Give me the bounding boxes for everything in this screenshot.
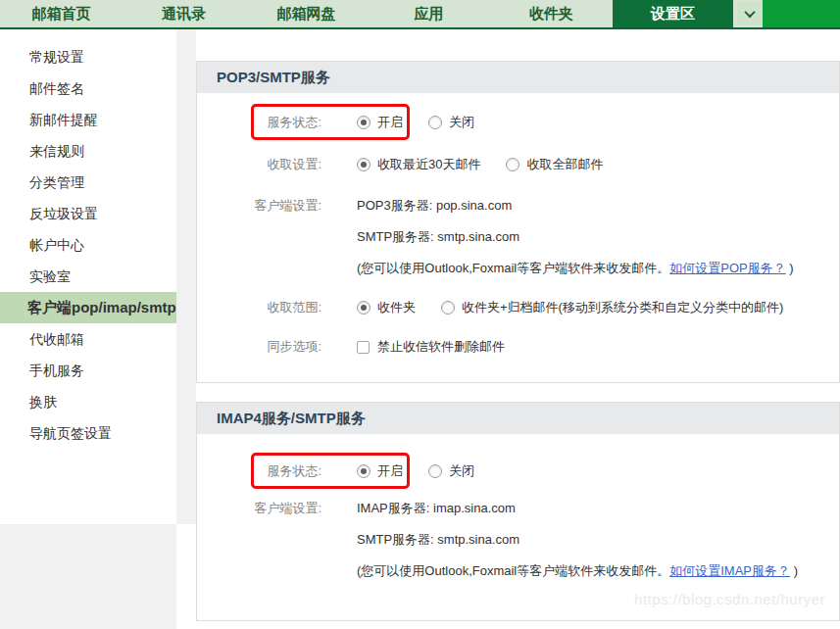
radio-checked-icon	[357, 464, 371, 478]
imap-status-on-label: 开启	[377, 462, 403, 480]
radio-unchecked-icon	[441, 301, 455, 314]
imap-server-line: IMAP服务器: imap.sina.com	[357, 493, 798, 524]
left-rail: 常规设置 邮件签名 新邮件提醒 来信规则 分类管理 反垃圾设置 帐户中心 实验室…	[0, 29, 196, 629]
pop-client-setting-row: 客户端设置: POP3服务器: pop.sina.com SMTP服务器: sm…	[197, 190, 839, 284]
pop-status-on-label: 开启	[377, 114, 403, 131]
smtp-server-line: SMTP服务器: smtp.sina.com	[357, 221, 794, 253]
pop-note-text: (您可以使用Outlook,Foxmail等客户端软件来收发邮件。	[357, 261, 669, 275]
smtp-server-line: SMTP服务器: smtp.sina.com	[357, 524, 798, 556]
radio-checked-icon	[357, 158, 371, 171]
settings-dropdown-button[interactable]	[737, 2, 763, 25]
sidebar-item-signature[interactable]: 邮件签名	[0, 73, 176, 104]
imap-note-suffix: )	[790, 563, 798, 578]
pop-fetch-all-label: 收取全部邮件	[526, 156, 603, 173]
imap-note-text: (您可以使用Outlook,Foxmail等客户端软件来收发邮件。	[357, 563, 669, 578]
pop-fetch-label: 收取设置:	[197, 156, 321, 173]
pop3-smtp-section-title: POP3/SMTP服务	[197, 62, 839, 93]
sidebar-item-mail-rules[interactable]: 来信规则	[0, 135, 176, 167]
imap-client-label: 客户端设置:	[197, 493, 321, 524]
sidebar-item-skin[interactable]: 换肤	[0, 386, 176, 417]
pop-help-link[interactable]: 如何设置POP服务？	[669, 261, 785, 275]
pop-service-status-row: 服务状态: 开启 关闭	[197, 109, 839, 136]
nav-filler	[763, 0, 840, 27]
sidebar-item-nav-tabs-setting[interactable]: 导航页签设置	[0, 417, 176, 449]
radio-unchecked-icon	[506, 158, 519, 171]
radio-unchecked-icon	[428, 464, 442, 478]
watermark-text: https://blog.csdn.net/huryer	[197, 591, 839, 612]
pop-client-note: (您可以使用Outlook,Foxmail等客户端软件来收发邮件。如何设置POP…	[357, 253, 794, 284]
pop-status-on-option[interactable]: 开启	[357, 114, 403, 131]
pop-note-suffix: )	[786, 261, 794, 275]
tab-mail-home[interactable]: 邮箱首页	[0, 0, 123, 27]
pop-sync-option-row: 同步选项: 禁止收信软件删除邮件	[197, 333, 839, 361]
tab-contacts[interactable]: 通讯录	[123, 0, 245, 27]
imap-service-status-row: 服务状态: 开启 关闭	[197, 458, 839, 485]
imap-status-off-label: 关闭	[449, 462, 474, 480]
pop-sync-label: 同步选项:	[197, 338, 321, 356]
pop-fetch-recent-label: 收取最近30天邮件	[377, 156, 480, 173]
radio-checked-icon	[357, 116, 371, 129]
pop-scope-inbox-label: 收件夹	[377, 299, 416, 316]
radio-unchecked-icon	[428, 116, 442, 129]
pop-status-off-option[interactable]: 关闭	[428, 114, 474, 131]
radio-checked-icon	[357, 301, 371, 314]
sidebar-item-category[interactable]: 分类管理	[0, 167, 176, 198]
pop-scope-label: 收取范围:	[197, 299, 321, 316]
pop-fetch-scope-row: 收取范围: 收件夹 收件夹+归档邮件(移动到系统分类和自定义分类中的邮件)	[197, 294, 839, 321]
sidebar-item-mobile-service[interactable]: 手机服务	[0, 355, 176, 386]
settings-content: POP3/SMTP服务 服务状态: 开启 关闭 收取设置:	[196, 29, 840, 629]
imap4-smtp-section-title: IMAP4服务/SMTP服务	[197, 403, 839, 434]
sidebar-item-new-mail-alert[interactable]: 新邮件提醒	[0, 104, 176, 135]
pop-scope-archive-label: 收件夹+归档邮件(移动到系统分类和自定义分类中的邮件)	[462, 299, 783, 316]
sidebar-item-fetch-mailbox[interactable]: 代收邮箱	[0, 323, 176, 355]
tab-settings[interactable]: 设置区	[613, 0, 733, 27]
imap-status-off-option[interactable]: 关闭	[428, 462, 474, 480]
sidebar-item-client-pop-imap-smtp[interactable]: 客户端pop/imap/smtp	[0, 292, 176, 323]
sidebar-item-account-center[interactable]: 帐户中心	[0, 229, 176, 261]
pop3-smtp-section: POP3/SMTP服务 服务状态: 开启 关闭 收取设置:	[196, 61, 840, 383]
pop-client-label: 客户端设置:	[197, 190, 321, 221]
imap-client-note: (您可以使用Outlook,Foxmail等客户端软件来收发邮件。如何设置IMA…	[357, 556, 798, 587]
top-nav: 邮箱首页 通讯录 邮箱网盘 应用 收件夹 设置区	[0, 0, 840, 29]
sidebar: 常规设置 邮件签名 新邮件提醒 来信规则 分类管理 反垃圾设置 帐户中心 实验室…	[0, 29, 176, 524]
pop-fetch-setting-row: 收取设置: 收取最近30天邮件 收取全部邮件	[197, 151, 839, 178]
pop-fetch-all-option[interactable]: 收取全部邮件	[506, 156, 603, 173]
pop-server-line: POP3服务器: pop.sina.com	[357, 190, 794, 221]
pop-status-off-label: 关闭	[449, 114, 474, 131]
pop-scope-archive-option[interactable]: 收件夹+归档邮件(移动到系统分类和自定义分类中的邮件)	[441, 299, 783, 316]
pop-sync-checkbox-label: 禁止收信软件删除邮件	[377, 338, 505, 356]
chevron-down-icon	[744, 7, 755, 18]
imap-status-on-option[interactable]: 开启	[357, 462, 403, 480]
imap-client-setting-row: 客户端设置: IMAP服务器: imap.sina.com SMTP服务器: s…	[197, 493, 839, 587]
sidebar-item-antispam[interactable]: 反垃圾设置	[0, 198, 176, 229]
pop-sync-checkbox-option[interactable]: 禁止收信软件删除邮件	[357, 338, 505, 356]
sidebar-gutter	[176, 29, 196, 524]
sidebar-item-general[interactable]: 常规设置	[0, 41, 176, 73]
tab-apps[interactable]: 应用	[368, 0, 490, 27]
sidebar-item-lab[interactable]: 实验室	[0, 261, 176, 292]
imap4-smtp-section: IMAP4服务/SMTP服务 服务状态: 开启 关闭 客户端设置:	[196, 402, 840, 621]
pop-scope-inbox-option[interactable]: 收件夹	[357, 299, 416, 316]
pop-service-status-label: 服务状态:	[197, 114, 321, 131]
pop-fetch-recent-option[interactable]: 收取最近30天邮件	[357, 156, 480, 173]
checkbox-unchecked-icon	[357, 341, 370, 354]
tab-inbox[interactable]: 收件夹	[490, 0, 613, 27]
imap-help-link[interactable]: 如何设置IMAP服务？	[669, 563, 790, 578]
imap-service-status-label: 服务状态:	[197, 462, 321, 480]
tab-netdisk[interactable]: 邮箱网盘	[245, 0, 368, 27]
sidebar-bottom-area	[0, 524, 196, 629]
